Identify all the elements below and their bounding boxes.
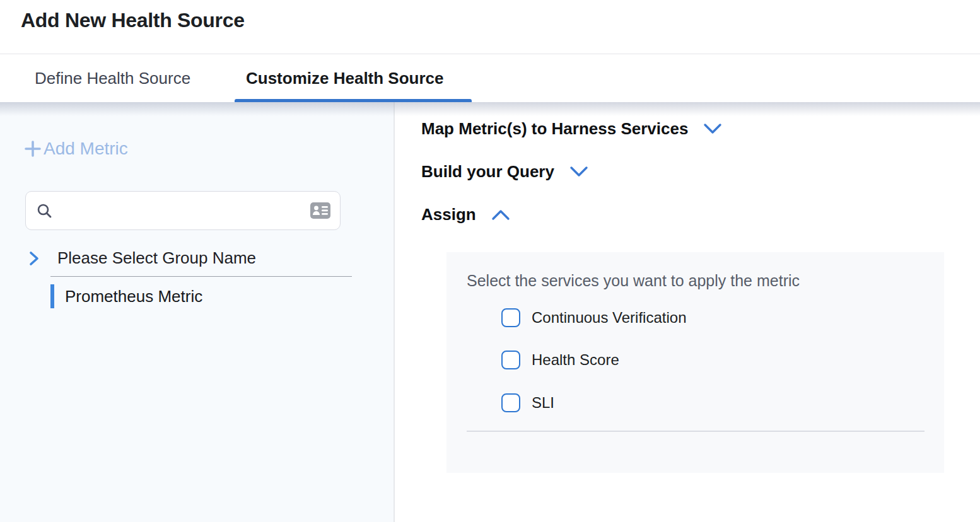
sidebar-item-prometheus-metric[interactable]: Prometheus Metric (50, 284, 202, 308)
tab-customize-health-source[interactable]: Customize Health Source (246, 54, 444, 102)
add-health-source-dialog: Add New Health Source Define Health Sour… (0, 0, 980, 522)
dialog-content: Add Metric (0, 102, 980, 522)
checkbox-health-score[interactable] (501, 351, 520, 369)
dialog-header: Add New Health Source (0, 0, 980, 54)
metric-search-box (25, 191, 341, 230)
group-name-row[interactable]: Please Select Group Name (28, 248, 256, 268)
selected-indicator-bar (50, 284, 54, 308)
page-title: Add New Health Source (21, 9, 245, 32)
option-sli[interactable]: SLI (501, 393, 554, 412)
section-build-query[interactable]: Build your Query (421, 160, 588, 183)
option-sli-label[interactable]: SLI (532, 394, 554, 412)
chevron-up-icon (491, 209, 510, 221)
metric-search-input[interactable] (59, 201, 303, 220)
group-divider (50, 276, 352, 277)
assign-heading: Select the services you want to apply th… (467, 272, 800, 290)
plus-icon (23, 139, 42, 158)
chevron-right-icon[interactable] (28, 250, 40, 267)
tab-define-health-source[interactable]: Define Health Source (35, 54, 190, 102)
option-health-score[interactable]: Health Score (501, 351, 619, 369)
add-metric-label: Add Metric (44, 139, 128, 159)
metrics-sidebar: Add Metric (0, 102, 395, 522)
assign-panel-divider (467, 431, 925, 432)
option-health-score-label[interactable]: Health Score (532, 351, 619, 369)
metric-item-label: Prometheus Metric (65, 284, 202, 308)
add-metric-button[interactable]: Add Metric (23, 139, 128, 159)
section-assign-label: Assign (421, 205, 476, 224)
contact-card-icon[interactable] (310, 202, 331, 219)
section-assign[interactable]: Assign (421, 203, 510, 226)
group-name-label: Please Select Group Name (57, 248, 256, 268)
customize-panel: Map Metric(s) to Harness Services Build … (396, 102, 980, 522)
section-build-query-label: Build your Query (421, 162, 554, 182)
tabbar: Define Health Source Customize Health So… (0, 54, 980, 102)
option-continuous-verification[interactable]: Continuous Verification (501, 308, 686, 327)
search-icon (36, 202, 53, 219)
section-map-metrics-label: Map Metric(s) to Harness Services (421, 119, 688, 139)
checkbox-continuous-verification[interactable] (501, 308, 520, 327)
option-continuous-verification-label[interactable]: Continuous Verification (532, 309, 686, 327)
assign-panel: Select the services you want to apply th… (446, 252, 944, 473)
chevron-down-icon (703, 123, 722, 135)
section-map-metrics[interactable]: Map Metric(s) to Harness Services (421, 117, 722, 140)
checkbox-sli[interactable] (501, 393, 520, 412)
chevron-down-icon (569, 166, 588, 178)
